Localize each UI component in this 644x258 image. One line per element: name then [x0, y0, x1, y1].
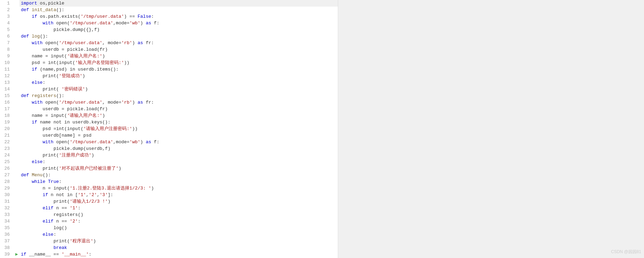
token-plain: :: [89, 252, 92, 257]
line-arrow: [14, 178, 19, 185]
token-plain: name = input(: [32, 54, 67, 59]
table-row: 16 with open('/tmp/user.data', mode='rb'…: [0, 99, 338, 106]
token-string: '1': [78, 192, 86, 197]
line-arrow: [14, 79, 19, 86]
line-number: 36: [0, 231, 14, 238]
line-arrow: [14, 192, 19, 198]
token-plain: psd =int(input(: [42, 126, 83, 131]
token-kw: as: [138, 40, 143, 46]
table-row: 14 print( '密码错误'): [0, 86, 338, 92]
token-plain: log(): [54, 225, 67, 231]
code-panel[interactable]: 1import os,pickle2def init_data():3 if o…: [0, 0, 338, 258]
line-arrow: [14, 86, 19, 92]
token-plain: pickle.dump({},f): [54, 27, 100, 32]
line-content: if n not in ['1','2','3']:: [19, 192, 338, 198]
table-row: 24 print('注册用户成功'): [0, 152, 338, 159]
line-arrow: [14, 26, 19, 33]
token-kw: as: [146, 139, 151, 145]
token-plain: ): [108, 199, 111, 204]
token-plain: :: [78, 219, 81, 224]
token-string: 'wb': [129, 21, 140, 26]
line-arrow: [14, 152, 19, 159]
token-kw: with: [32, 40, 42, 46]
token-plain: __name__ ==: [26, 252, 62, 257]
table-row: 35 log(): [0, 225, 338, 231]
line-number: 5: [0, 26, 14, 33]
line-number: 27: [0, 172, 14, 178]
token-string: '1.注册2.登陆3.退出请选择1/2/3: ': [70, 186, 151, 191]
token-string: '/tmp/user.data': [70, 21, 113, 26]
table-row: 34 elif n == '2':: [0, 218, 338, 225]
token-kw: True: [48, 179, 59, 184]
token-plain: ): [85, 87, 88, 92]
token-plain: ]:: [108, 192, 113, 197]
table-row: 10 psd = int(input('输入用户名登陆密码:')): [0, 59, 338, 66]
token-kw: if: [32, 14, 37, 19]
token-plain: :: [78, 205, 81, 211]
line-number: 7: [0, 40, 14, 46]
line-content: print('对不起该用户已经被注册了'): [19, 165, 338, 172]
line-number: 34: [0, 218, 14, 225]
token-string: '__main__': [62, 252, 89, 257]
table-row: 30 if n not in ['1','2','3']:: [0, 192, 338, 198]
token-string: 'rb': [121, 40, 132, 46]
line-content: print('程序退出'): [19, 238, 338, 244]
token-plain: n ==: [54, 205, 70, 211]
token-kw: else: [42, 232, 53, 237]
line-number: 14: [0, 86, 14, 92]
table-row: 38 break: [0, 244, 338, 251]
line-number: 6: [0, 33, 14, 40]
token-string: '/tmp/user.data': [59, 100, 102, 105]
token-plain: ():: [56, 7, 64, 13]
table-row: 8 userdb = pickle.load(fr): [0, 46, 338, 53]
line-content: pickle.dump(userdb,f): [19, 145, 338, 152]
line-content: with open('/tmp/user.data',mode='wb') as…: [19, 20, 338, 26]
token-plain: open(: [54, 21, 70, 26]
token-kw: else: [32, 159, 42, 164]
line-arrow: [14, 92, 19, 99]
line-number: 29: [0, 185, 14, 192]
line-number: 25: [0, 159, 14, 165]
line-content: with open('/tmp/user.data',mode='wb') as…: [19, 139, 338, 145]
token-string: '请输入用户名:': [67, 54, 102, 59]
table-row: 19 if name not in userdb.keys():: [0, 119, 338, 126]
token-plain: ): [132, 40, 138, 46]
token-plain: (name,psd) in userdb.items():: [37, 67, 119, 72]
token-string: '/tmp/user.data': [70, 139, 113, 145]
token-func-name: Menu: [32, 172, 42, 178]
table-row: 23 pickle.dump(userdb,f): [0, 145, 338, 152]
token-plain: :: [59, 179, 62, 184]
token-plain: os.path.exists(: [37, 14, 81, 19]
token-plain: print(: [54, 239, 70, 244]
table-row: 7 with open('/tmp/user.data', mode='rb')…: [0, 40, 338, 46]
watermark: CSDN @园园81: [611, 249, 641, 255]
token-plain: ): [119, 166, 121, 171]
line-arrow: ▶: [14, 251, 19, 258]
table-row: 20 psd =int(input('请输入用户注册密码:')): [0, 126, 338, 132]
token-plain: , mode=: [102, 100, 121, 105]
token-string: '注册用户成功': [59, 153, 92, 158]
table-row: 15def registers():: [0, 92, 338, 99]
table-row: 26 print('对不起该用户已经被注册了'): [0, 165, 338, 172]
line-arrow: [14, 139, 19, 145]
token-kw: import: [21, 1, 37, 6]
line-content: userdb = pickle.load(fr): [19, 46, 338, 53]
table-row: 31 print('请输入1/2/3 !'): [0, 198, 338, 205]
token-plain: ): [92, 153, 94, 158]
editor-container: 1import os,pickle2def init_data():3 if o…: [0, 0, 644, 258]
line-number: 3: [0, 13, 14, 20]
table-row: 9 name = input('请输入用户名:'): [0, 53, 338, 59]
token-string: '/tmp/user.data': [59, 40, 102, 46]
table-row: 27def Menu():: [0, 172, 338, 178]
line-content: name = input('请输入用户名:'): [19, 53, 338, 59]
token-plain: ): [93, 239, 96, 244]
token-plain: ): [140, 139, 146, 145]
line-content: elif n == '1':: [19, 205, 338, 211]
token-string: '2': [70, 219, 78, 224]
line-content: with open('/tmp/user.data', mode='rb') a…: [19, 99, 338, 106]
token-kw: as: [138, 100, 143, 105]
line-arrow: [14, 165, 19, 172]
token-plain: )): [132, 126, 138, 131]
line-arrow: [14, 0, 19, 7]
line-arrow: [14, 40, 19, 46]
